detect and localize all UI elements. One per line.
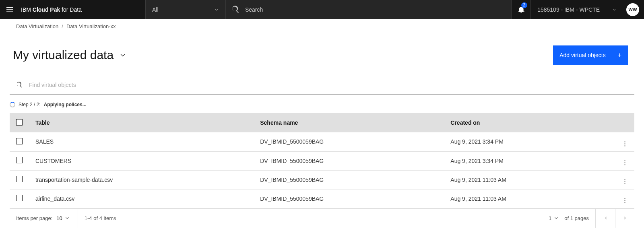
status-step: Step 2 / 2: (19, 102, 41, 107)
cell-created: Aug 9, 2021 3:34 PM (444, 151, 615, 170)
of-pages-label: of 1 pages (564, 215, 589, 221)
find-bar[interactable] (10, 75, 634, 95)
search-icon (16, 82, 23, 88)
cell-table: SALES (29, 132, 254, 151)
cell-created: Aug 9, 2021 11:03 AM (444, 189, 615, 208)
search-icon (231, 6, 239, 14)
breadcrumb-item-1[interactable]: Data Virtualization-xx (66, 23, 116, 29)
table-row[interactable]: SALESDV_IBMID_5500059BAGAug 9, 2021 3:34… (10, 132, 634, 151)
table-row[interactable]: transportation-sample-data.csvDV_IBMID_5… (10, 170, 634, 189)
notification-badge: 2 (521, 2, 528, 8)
chevron-down-icon (65, 216, 70, 220)
page-title-text: My virtualized data (13, 48, 114, 62)
row-actions-menu[interactable] (624, 179, 625, 184)
chevron-down-icon (612, 7, 617, 12)
range-text: 1-4 of 4 items (78, 209, 123, 228)
cell-table: airline_data.csv (29, 189, 254, 208)
breadcrumb: Data Virtualization / Data Virtualizatio… (0, 19, 644, 34)
select-all-checkbox[interactable] (16, 119, 23, 126)
user-avatar[interactable]: WW (626, 3, 639, 16)
caret-left-icon (603, 216, 608, 220)
items-per-page-label: Items per page: (16, 215, 52, 221)
table-row[interactable]: CUSTOMERSDV_IBMID_5500059BAGAug 9, 2021 … (10, 151, 634, 170)
page-select[interactable]: 1 of 1 pages (542, 209, 596, 228)
table-header-row: Table Schema name Created on (10, 113, 634, 132)
virtual-objects-table: Table Schema name Created on SALESDV_IBM… (10, 113, 634, 208)
cell-schema: DV_IBMID_5500059BAG (254, 170, 444, 189)
items-per-page-select[interactable]: 10 (56, 215, 71, 221)
cell-created: Aug 9, 2021 11:03 AM (444, 170, 615, 189)
row-actions-menu[interactable] (624, 198, 625, 203)
cell-table: CUSTOMERS (29, 151, 254, 170)
notifications-button[interactable]: 2 (511, 0, 530, 19)
account-label: 1585109 - IBM - WPCTE (537, 6, 600, 13)
page-value: 1 (549, 215, 551, 221)
row-checkbox[interactable] (16, 176, 23, 182)
chevron-down-icon (119, 51, 126, 59)
brand-suffix: for Data (60, 6, 82, 13)
account-switcher[interactable]: 1585109 - IBM - WPCTE (530, 0, 623, 19)
prev-page-button[interactable] (596, 208, 615, 228)
cell-schema: DV_IBMID_5500059BAG (254, 151, 444, 170)
caret-right-icon (623, 216, 627, 220)
row-checkbox[interactable] (16, 195, 23, 201)
cell-schema: DV_IBMID_5500059BAG (254, 189, 444, 208)
breadcrumb-separator: / (62, 23, 63, 29)
cell-created: Aug 9, 2021 3:34 PM (444, 132, 615, 151)
col-table[interactable]: Table (29, 113, 254, 132)
next-page-button[interactable] (615, 208, 634, 228)
find-input[interactable] (29, 82, 628, 88)
plus-icon: + (618, 51, 621, 59)
page-title-dropdown[interactable]: My virtualized data (13, 48, 126, 62)
page-header: My virtualized data Add virtual objects … (0, 34, 644, 75)
table-row[interactable]: airline_data.csvDV_IBMID_5500059BAGAug 9… (10, 189, 634, 208)
brand-prefix: IBM (21, 6, 33, 13)
spinner-icon (10, 102, 15, 107)
global-header: IBM Cloud Pak for Data All 2 1585109 - I… (0, 0, 644, 19)
status-message: Applying polices... (44, 102, 87, 107)
brand-bold: Cloud Pak (33, 6, 60, 13)
row-actions-menu[interactable] (624, 160, 625, 165)
global-search-input[interactable] (245, 6, 506, 13)
menu-button[interactable] (0, 0, 19, 19)
pagination-bar: Items per page: 10 1-4 of 4 items 1 of 1… (10, 208, 634, 228)
col-created[interactable]: Created on (444, 113, 615, 132)
row-actions-menu[interactable] (624, 141, 625, 146)
status-row: Step 2 / 2: Applying polices... (0, 95, 644, 113)
brand-label: IBM Cloud Pak for Data (19, 6, 85, 13)
breadcrumb-item-0[interactable]: Data Virtualization (16, 23, 58, 29)
col-schema[interactable]: Schema name (254, 113, 444, 132)
global-search[interactable] (226, 0, 511, 19)
items-per-page[interactable]: Items per page: 10 (10, 209, 78, 228)
hamburger-icon (6, 6, 14, 14)
scope-filter-label: All (152, 6, 159, 13)
scope-filter-dropdown[interactable]: All (145, 0, 226, 19)
items-per-page-value: 10 (56, 215, 62, 221)
row-checkbox[interactable] (16, 138, 23, 144)
cell-table: transportation-sample-data.csv (29, 170, 254, 189)
chevron-down-icon (554, 216, 559, 220)
cell-schema: DV_IBMID_5500059BAG (254, 132, 444, 151)
chevron-down-icon (214, 7, 219, 12)
row-checkbox[interactable] (16, 157, 23, 163)
add-virtual-objects-button[interactable]: Add virtual objects + (553, 45, 628, 65)
add-button-label: Add virtual objects (559, 52, 605, 58)
